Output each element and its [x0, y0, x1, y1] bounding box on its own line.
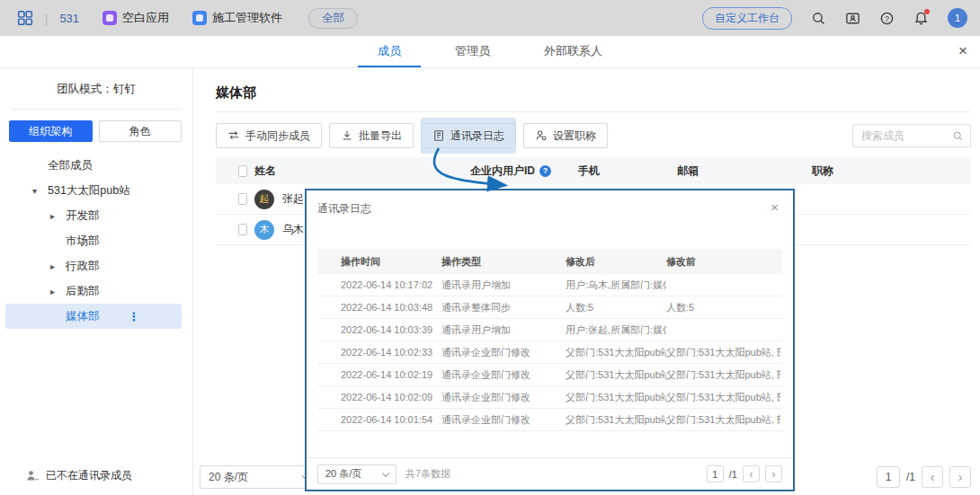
current-page-box[interactable]: 1 — [877, 466, 900, 488]
toolbar-button[interactable]: 批量导出 — [329, 123, 414, 148]
log-cell-before: 父部门:531大太阳pub站, 部门:... — [666, 391, 780, 404]
log-cell-time: 2022-06-14 10:02:33 — [317, 347, 441, 358]
log-cell-type: 通讯录用户增加 — [441, 278, 566, 292]
app-label: 空白应用 — [122, 10, 169, 26]
log-cell-after: 人数:5 — [566, 301, 666, 314]
toolbar-button[interactable]: 手动同步成员 — [216, 123, 322, 148]
tree-item-label: 开发部 — [66, 208, 100, 224]
removed-members-link[interactable]: 已不在通讯录成员 — [26, 468, 132, 483]
segment-button[interactable]: 角色 — [99, 120, 183, 142]
log-row: 2022-06-14 10:02:09 通讯录企业部门修改 父部门:531大太阳… — [317, 386, 782, 409]
org-tree-item[interactable]: 全部成员 ⋮ — [5, 153, 182, 178]
tree-arrow-icon[interactable]: ▸ — [50, 261, 66, 271]
topbar-left: | 531 空白应用 施工管理软件 全部 — [17, 8, 358, 29]
topbar-app-link[interactable]: 空白应用 — [102, 10, 169, 26]
log-cell-after: 父部门:531大太阳pub站, 部门:... — [566, 391, 666, 404]
log-footer: 20 条/页 共7条数据 1 /1 ‹ › — [307, 457, 793, 490]
log-pagination: 1 /1 ‹ › — [707, 465, 782, 482]
toolbar: 手动同步成员 — [216, 123, 971, 148]
page-title: 媒体部 — [216, 84, 971, 102]
workspace-link[interactable]: 531 — [59, 12, 79, 25]
close-icon[interactable]: × — [771, 199, 779, 215]
log-cell-after: 父部门:531大太阳pub站, 部门:... — [566, 368, 666, 382]
contact-card-icon[interactable] — [845, 11, 860, 26]
log-cell-time: 2022-06-14 10:01:54 — [317, 414, 441, 425]
log-current-page-box[interactable]: 1 — [707, 465, 724, 482]
tree-item-label: 媒体部 — [66, 309, 100, 324]
log-cell-time: 2022-06-14 10:17:02 — [317, 279, 441, 290]
log-cell-type: 通讯录企业部门修改 — [441, 391, 566, 404]
tree-arrow-icon[interactable]: ▾ — [32, 186, 48, 196]
org-tree-item[interactable]: ▾ 531大太阳pub站 ⋮ — [5, 178, 182, 203]
tree-arrow-icon[interactable]: ▸ — [50, 287, 66, 296]
sidebar: 团队模式：钉钉 组织架构角色 全部成员 ⋮ — [0, 68, 193, 495]
tab-label: 成员 — [378, 43, 401, 59]
customize-workbench-button[interactable]: 自定义工作台 — [702, 7, 792, 30]
tabbar: 成员 管理员 外部联系人 × — [0, 36, 980, 68]
id-help-icon[interactable]: ? — [539, 165, 551, 177]
log-cell-time: 2022-06-14 10:02:19 — [317, 369, 441, 380]
prev-page-button[interactable]: ‹ — [922, 466, 943, 488]
member-avatar: 起 — [254, 190, 274, 209]
org-tree-item[interactable]: ▸ 行政部 ⋮ — [5, 253, 182, 278]
team-mode-label: 团队模式：钉钉 — [0, 68, 192, 109]
topbar-right: 自定义工作台 ? 1 — [702, 7, 967, 30]
app-icon — [102, 11, 117, 25]
select-all-checkbox[interactable] — [238, 165, 247, 177]
app-icon — [192, 11, 207, 25]
notifications-bell[interactable] — [913, 11, 929, 26]
org-tree-item[interactable]: 媒体部 ⋮ — [5, 304, 182, 329]
user-avatar[interactable]: 1 — [948, 8, 967, 28]
log-cell-type: 通讯录用户增加 — [441, 323, 566, 337]
toolbar-button[interactable]: 设置职称 — [523, 123, 608, 148]
svg-text:?: ? — [885, 13, 889, 22]
topbar-separator: | — [45, 12, 48, 25]
log-cell-type: 通讯录企业部门修改 — [441, 346, 566, 359]
tab[interactable]: 成员 — [358, 36, 421, 67]
log-table-header: 操作时间 操作类型 修改后 修改前 — [317, 249, 782, 274]
log-cell-type: 通讯录企业部门修改 — [441, 368, 566, 382]
col-operation-type: 操作类型 — [441, 255, 566, 269]
sidebar-divider — [11, 109, 182, 110]
tab[interactable]: 管理员 — [435, 36, 510, 67]
log-row: 2022-06-14 10:03:48 通讯录整体同步 人数:5 人数:5 — [317, 296, 782, 319]
search-icon — [952, 130, 964, 142]
apps-grid-icon[interactable] — [17, 10, 33, 26]
tree-arrow-icon[interactable]: ▸ — [50, 211, 66, 221]
member-avatar: 木 — [254, 220, 274, 240]
tab[interactable]: 外部联系人 — [524, 36, 622, 67]
org-tree-item[interactable]: ▸ 后勤部 ⋮ — [5, 278, 182, 304]
log-next-page-button[interactable]: › — [765, 465, 782, 482]
tree-item-label: 市场部 — [66, 234, 100, 249]
filter-all-pill[interactable]: 全部 — [308, 8, 358, 29]
notification-dot — [924, 9, 930, 14]
log-cell-before: 父部门:531大太阳pub站, 部门:... — [666, 368, 780, 382]
segment-button[interactable]: 组织架构 — [9, 120, 93, 142]
row-checkbox[interactable] — [238, 193, 247, 205]
page-size-select[interactable]: 20 条/页 — [200, 465, 318, 489]
log-row: 2022-06-14 10:01:54 通讯录企业部门修改 父部门:531大太阳… — [317, 409, 782, 431]
org-tree-item[interactable]: 市场部 ⋮ — [5, 228, 182, 253]
org-tree-item[interactable]: ▸ 开发部 ⋮ — [5, 203, 182, 228]
search-icon[interactable] — [811, 11, 826, 26]
log-page-size-select[interactable]: 20 条/页 — [317, 464, 396, 484]
log-cell-time: 2022-06-14 10:03:48 — [317, 302, 441, 313]
next-page-button[interactable]: › — [949, 466, 971, 488]
help-icon[interactable]: ? — [879, 11, 895, 26]
org-tree: 全部成员 ⋮ ▾ 531大太阳pub站 ⋮ ▸ — [0, 153, 192, 329]
toolbar-button-label: 设置职称 — [553, 128, 596, 144]
col-phone: 手机 — [578, 164, 677, 179]
log-prev-page-button[interactable]: ‹ — [743, 465, 760, 482]
col-operation-time: 操作时间 — [317, 255, 441, 269]
more-menu-icon[interactable]: ⋮ — [129, 310, 140, 323]
toolbar-button[interactable]: 通讯录日志 — [421, 123, 516, 148]
topbar-app-link[interactable]: 施工管理软件 — [192, 10, 282, 26]
log-cell-type: 通讯录整体同步 — [441, 301, 566, 314]
sidebar-segments: 组织架构角色 — [9, 120, 182, 142]
log-cell-after: 用户:张起,所属部门:媒体部、53... — [566, 323, 666, 337]
log-total-pages-label: /1 — [729, 469, 737, 480]
col-name: 姓名 — [247, 164, 443, 179]
log-row: 2022-06-14 10:02:19 通讯录企业部门修改 父部门:531大太阳… — [317, 364, 782, 386]
row-checkbox[interactable] — [238, 224, 247, 235]
close-page-icon[interactable]: × — [958, 42, 967, 60]
